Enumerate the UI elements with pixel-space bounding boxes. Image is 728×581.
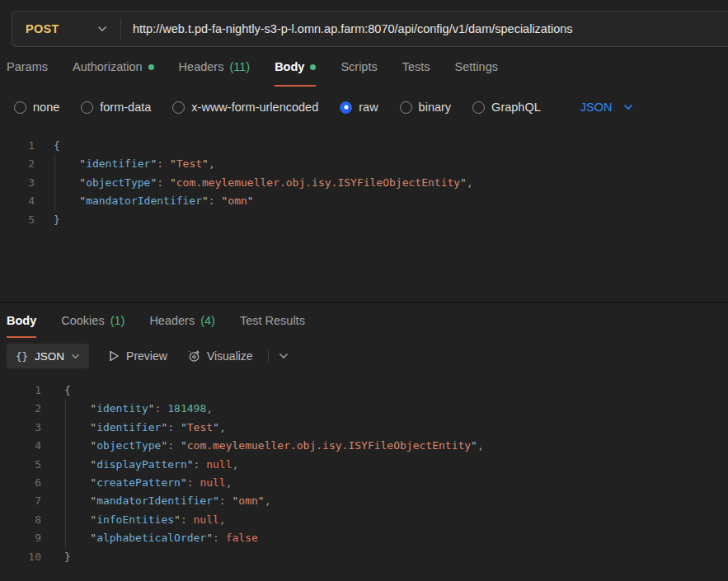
body-type-graphql-label: GraphQL	[491, 101, 541, 114]
radio-icon	[400, 101, 412, 114]
visualize-label: Visualize	[207, 349, 253, 363]
body-type-form-data-label: form-data	[100, 101, 151, 114]
raw-language-label: JSON	[580, 101, 613, 114]
body-type-raw-label: raw	[359, 101, 378, 114]
tab-tests-label: Tests	[402, 60, 430, 73]
braces-icon: {}	[16, 350, 28, 363]
code-line: 1{	[0, 382, 728, 400]
tab-scripts-label: Scripts	[341, 60, 377, 73]
tab-body[interactable]: Body	[275, 47, 316, 87]
chevron-down-icon	[623, 104, 633, 110]
line-number: 4	[0, 437, 41, 455]
preview-label: Preview	[126, 349, 167, 363]
body-type-urlencoded[interactable]: x-www-form-urlencoded	[172, 101, 318, 114]
indent-guide	[54, 192, 55, 210]
line-number: 5	[0, 456, 41, 474]
indent-guide	[65, 400, 66, 418]
code-line: 4 "mandatorIdentifier": "omn"	[0, 192, 728, 210]
code-line: 5}	[0, 211, 728, 229]
line-number: 3	[0, 174, 35, 192]
response-headers-count: (4)	[200, 314, 215, 327]
tab-params[interactable]: Params	[7, 47, 48, 87]
body-type-binary[interactable]: binary	[400, 101, 452, 114]
line-number: 1	[0, 137, 35, 155]
code-line: 4 "objectType": "com.meylemueller.obj.is…	[0, 437, 728, 455]
response-tab-headers[interactable]: Headers (4)	[149, 303, 215, 338]
indent-guide	[54, 174, 55, 192]
indent-guide	[65, 474, 66, 492]
code-line: 6 "createPattern": null,	[0, 474, 728, 492]
response-tab-test-results[interactable]: Test Results	[240, 303, 305, 338]
preview-button[interactable]: Preview	[109, 349, 167, 363]
tab-scripts[interactable]: Scripts	[341, 47, 377, 87]
indent-guide	[65, 492, 66, 510]
code-line: 3 "identifier": "Test",	[0, 419, 728, 437]
chevron-down-icon	[97, 26, 107, 32]
play-outline-icon	[109, 350, 120, 362]
tab-params-label: Params	[7, 60, 48, 73]
body-type-raw[interactable]: raw	[340, 101, 378, 114]
body-type-none-label: none	[33, 101, 59, 114]
body-type-urlencoded-label: x-www-form-urlencoded	[191, 101, 318, 114]
tab-settings[interactable]: Settings	[455, 47, 498, 87]
tab-authorization[interactable]: Authorization	[73, 47, 154, 87]
tab-settings-label: Settings	[455, 60, 498, 73]
response-tab-body-label: Body	[7, 314, 36, 327]
request-tabs: Params Authorization Headers (11) Body S…	[0, 47, 728, 87]
response-format-dropdown[interactable]: {} JSON	[7, 344, 89, 368]
indent-guide	[65, 456, 66, 474]
body-type-binary-label: binary	[419, 101, 452, 114]
cookies-count: (1)	[110, 314, 125, 327]
response-body-editor[interactable]: 1{2 "identity": 181498,3 "identifier": "…	[0, 374, 728, 581]
tab-headers[interactable]: Headers (11)	[179, 47, 251, 87]
line-number: 5	[0, 211, 35, 229]
body-type-form-data[interactable]: form-data	[81, 101, 151, 114]
tab-body-label: Body	[275, 60, 304, 73]
code-line: 2 "identifier": "Test",	[0, 155, 728, 173]
response-tab-body[interactable]: Body	[7, 303, 36, 338]
line-number: 9	[0, 529, 41, 547]
code-line: 1{	[0, 137, 728, 155]
indent-guide	[65, 437, 66, 455]
raw-language-dropdown[interactable]: JSON	[580, 101, 634, 114]
radio-icon	[472, 101, 485, 114]
code-line: 5 "displayPattern": null,	[0, 456, 728, 474]
toolbar-divider	[268, 349, 269, 363]
request-url-bar: POST	[0, 0, 728, 47]
request-body-editor[interactable]: 1{2 "identifier": "Test",3 "objectType":…	[0, 128, 728, 302]
code-line: 3 "objectType": "com.meylemueller.obj.is…	[0, 174, 728, 192]
radio-icon	[14, 101, 26, 114]
url-box: POST	[12, 11, 728, 47]
tab-tests[interactable]: Tests	[402, 47, 430, 87]
tab-authorization-label: Authorization	[73, 60, 143, 73]
code-line: 10}	[0, 548, 728, 566]
line-number: 2	[0, 400, 41, 418]
indent-guide	[54, 155, 55, 173]
line-number: 8	[0, 511, 41, 529]
method-dropdown[interactable]: POST	[12, 12, 120, 46]
indent-guide	[65, 511, 66, 529]
line-number: 2	[0, 155, 35, 173]
indent-guide	[65, 419, 66, 437]
more-formats-dropdown[interactable]	[279, 353, 289, 359]
magic-wand-icon	[187, 349, 200, 363]
radio-selected-icon	[340, 101, 352, 114]
code-line: 7 "mandatorIdentifier": "omn",	[0, 492, 728, 510]
body-type-row: none form-data x-www-form-urlencoded raw…	[0, 87, 728, 128]
response-tabs: Body Cookies (1) Headers (4) Test Result…	[0, 303, 728, 338]
body-type-none[interactable]: none	[14, 101, 59, 114]
response-format-label: JSON	[35, 350, 64, 363]
response-toolbar: {} JSON Preview Visualize	[0, 338, 728, 374]
modified-indicator-dot	[310, 64, 316, 70]
url-input[interactable]	[121, 22, 728, 35]
response-tab-cookies[interactable]: Cookies (1)	[61, 303, 124, 338]
method-label: POST	[26, 22, 59, 35]
headers-count: (11)	[229, 60, 250, 73]
line-number: 7	[0, 492, 41, 510]
body-type-graphql[interactable]: GraphQL	[472, 101, 541, 114]
radio-icon	[172, 101, 185, 114]
radio-icon	[81, 101, 93, 114]
tab-headers-label: Headers	[179, 60, 224, 73]
visualize-button[interactable]: Visualize	[187, 349, 253, 363]
modified-indicator-dot	[148, 64, 154, 70]
